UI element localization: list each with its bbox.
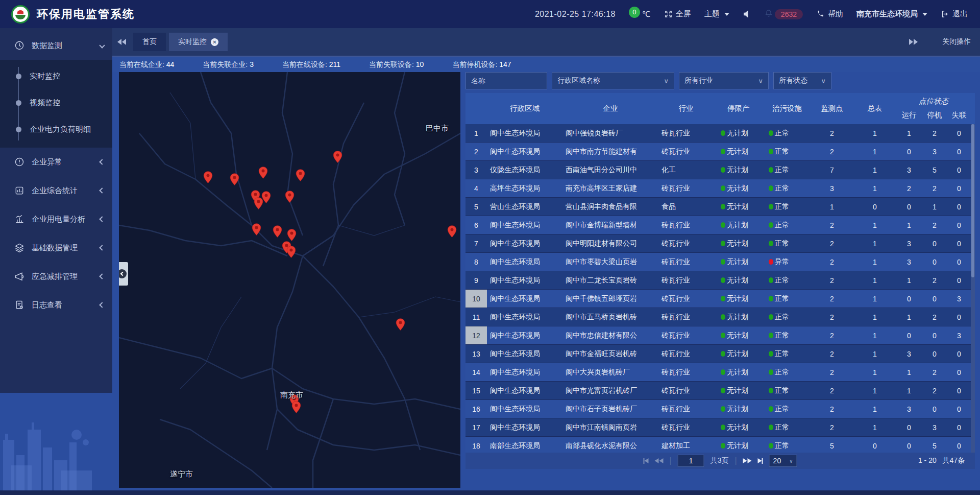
map-pin[interactable]: [284, 190, 295, 203]
sidebar-subitem-label: 视频监控: [30, 98, 60, 108]
tab-首页[interactable]: 首页: [133, 33, 166, 51]
tabs-scroll-right-button[interactable]: [909, 39, 918, 45]
sidebar-subitem-power-load-detail[interactable]: 企业电力负荷明细: [0, 116, 112, 143]
cell-stopped: 2: [922, 124, 947, 142]
cell-limit-status: 无计划: [714, 234, 764, 252]
map-pin[interactable]: [251, 223, 262, 236]
cell-points: 2: [811, 253, 853, 271]
tabs-scroll-left-button[interactable]: [117, 39, 126, 45]
cell-industry: 砖瓦行业: [658, 234, 714, 252]
mute-button[interactable]: [743, 10, 751, 18]
sidebar-item-enterprise-abnormal[interactable]: 企业异常: [0, 148, 112, 176]
table-scrollbar[interactable]: [971, 124, 975, 453]
table-row[interactable]: 6阆中生态环境局阆中市金博瑞新型墙材砖瓦行业无计划正常21120: [465, 216, 975, 234]
map-pin[interactable]: [229, 173, 240, 186]
map-pin[interactable]: [272, 225, 283, 238]
chart-icon: [14, 214, 24, 224]
table-row[interactable]: 17阆中生态环境局阆中市江南镇阆南页岩砖瓦行业无计划正常21030: [465, 418, 975, 437]
industry-filter-select[interactable]: 所有行业 ∨: [679, 72, 769, 89]
region-filter-select[interactable]: 行政区域名称 ∨: [552, 72, 674, 89]
table-row[interactable]: 14阆中生态环境局阆中大兴页岩机砖厂砖瓦行业无计划正常21120: [465, 363, 975, 382]
table-row[interactable]: 18南部生态环境局南部县砚化水泥有限公建材加工无计划正常50050: [465, 437, 975, 453]
first-page-button[interactable]: [643, 458, 648, 464]
map-panel[interactable]: 巴中市南充市遂宁市: [119, 72, 460, 488]
column-header-停限产[interactable]: 停限产: [714, 93, 764, 124]
cell-offline: 0: [947, 418, 971, 436]
table-row[interactable]: 12阆中生态环境局阆中市忠信建材有限公砖瓦行业无计划正常21003: [465, 326, 975, 345]
column-header-停机[interactable]: 停机: [922, 106, 947, 124]
fullscreen-button[interactable]: 全屏: [664, 9, 691, 19]
table-row[interactable]: 8阆中生态环境局阆中市枣碧大梁山页岩砖瓦行业无计划异常21300: [465, 253, 975, 271]
cell-stopped: 2: [922, 308, 947, 326]
column-header-监测点[interactable]: 监测点: [811, 93, 853, 124]
table-row[interactable]: 11阆中生态环境局阆中市五马桥页岩机砖砖瓦行业无计划正常21120: [465, 308, 975, 326]
column-header-运行[interactable]: 运行: [896, 106, 922, 124]
table-row[interactable]: 13阆中生态环境局阆中市金福旺页岩机砖砖瓦行业无计划正常21300: [465, 345, 975, 363]
name-filter-input[interactable]: [471, 77, 542, 85]
sidebar-collapse-button[interactable]: [119, 262, 128, 286]
theme-dropdown[interactable]: 主题: [704, 9, 729, 19]
sidebar-item-base-data[interactable]: 基础数据管理: [0, 233, 112, 262]
cell-meters: 1: [853, 271, 896, 289]
sidebar-subitem-video-monitor[interactable]: 视频监控: [0, 89, 112, 116]
chevron-down-icon: ∨: [758, 77, 763, 85]
table-row[interactable]: 3仪陇生态环境局西南油气田分公司川中化工无计划正常71350: [465, 161, 975, 179]
table-row[interactable]: 9阆中生态环境局阆中市二龙长宝页岩砖砖瓦行业无计划正常21120: [465, 271, 975, 290]
sidebar-item-emergency-reduction[interactable]: 应急减排管理: [0, 262, 112, 291]
next-page-button[interactable]: [743, 458, 752, 463]
page-number-input[interactable]: [678, 455, 704, 467]
column-header-失联[interactable]: 失联: [947, 106, 971, 124]
column-header-企业[interactable]: 企业: [562, 93, 658, 124]
column-header-行政区域[interactable]: 行政区域: [487, 93, 562, 124]
status-dot-green: [769, 241, 773, 246]
map-pin[interactable]: [203, 171, 213, 184]
notifications[interactable]: 2632: [765, 9, 803, 19]
sidebar-item-data-monitor[interactable]: 数据监测: [0, 31, 112, 60]
table-row[interactable]: 4高坪生态环境局南充市高坪区王家店建砖瓦行业无计划正常31220: [465, 179, 975, 198]
status-filter-select[interactable]: 所有状态 ∨: [773, 72, 831, 89]
table-row[interactable]: 5营山生态环境局营山县润丰肉食品有限食品无计划正常10010: [465, 198, 975, 216]
cell-company: 阆中市光富页岩机砖厂: [562, 382, 658, 399]
cell-points: 2: [811, 400, 853, 418]
cell-running: 1: [896, 382, 922, 399]
cell-company: 阆中市忠信建材有限公: [562, 326, 658, 344]
table-row[interactable]: 2阆中生态环境局阆中市南方节能建材有砖瓦行业无计划正常21030: [465, 143, 975, 161]
map-pin[interactable]: [332, 150, 343, 163]
cell-region: 阆中生态环境局: [487, 271, 562, 289]
table-row[interactable]: 1阆中生态环境局阆中强锐页岩砖厂砖瓦行业无计划正常21120: [465, 124, 975, 143]
page-size-select[interactable]: 20 ∨: [769, 455, 797, 467]
map-pin[interactable]: [261, 191, 272, 204]
org-dropdown[interactable]: 南充市生态环境局: [856, 9, 927, 19]
sidebar-item-log-view[interactable]: 日志查看: [0, 291, 112, 319]
tab-close-icon[interactable]: ✕: [211, 38, 218, 46]
table-row[interactable]: 10阆中生态环境局阆中千佛镇五郎垭页岩砖瓦行业无计划正常21003: [465, 290, 975, 308]
column-header-治污设施[interactable]: 治污设施: [764, 93, 811, 124]
map-pin[interactable]: [395, 318, 406, 331]
map-pin[interactable]: [295, 169, 306, 182]
last-page-button[interactable]: [758, 458, 763, 464]
prev-page-button[interactable]: [654, 458, 663, 463]
table-row[interactable]: 7阆中生态环境局阆中明阳建材有限公司砖瓦行业无计划正常21300: [465, 234, 975, 253]
sidebar-subitem-realtime-monitor[interactable]: 实时监控: [0, 63, 112, 89]
cell-region: 阆中生态环境局: [487, 216, 562, 234]
map-pin[interactable]: [286, 228, 297, 242]
help-button[interactable]: 帮助: [816, 9, 843, 19]
map-pin[interactable]: [286, 245, 297, 258]
cell-region: 高坪生态环境局: [487, 179, 562, 197]
map-pin[interactable]: [258, 166, 268, 179]
table-row[interactable]: 16阆中生态环境局阆中市石子页岩机砖厂砖瓦行业无计划正常21300: [465, 400, 975, 418]
sidebar-item-enterprise-stats[interactable]: 企业综合统计: [0, 176, 112, 205]
table-row[interactable]: 15阆中生态环境局阆中市光富页岩机砖厂砖瓦行业无计划正常21120: [465, 382, 975, 400]
cell-stopped: 2: [922, 216, 947, 234]
temperature-unit: ℃: [642, 10, 651, 19]
close-operations-dropdown[interactable]: 关闭操作: [942, 37, 971, 46]
map-pin[interactable]: [291, 400, 302, 414]
cell-running: 3: [896, 161, 922, 179]
map-pin[interactable]: [447, 225, 457, 238]
column-header-行业[interactable]: 行业: [658, 93, 714, 124]
logout-button[interactable]: 退出: [941, 9, 968, 19]
tab-实时监控[interactable]: 实时监控✕: [169, 33, 228, 51]
column-header-总表[interactable]: 总表: [853, 93, 896, 124]
sidebar-subitem-label: 企业电力负荷明细: [30, 125, 91, 134]
sidebar-item-power-analysis[interactable]: 企业用电量分析: [0, 205, 112, 233]
